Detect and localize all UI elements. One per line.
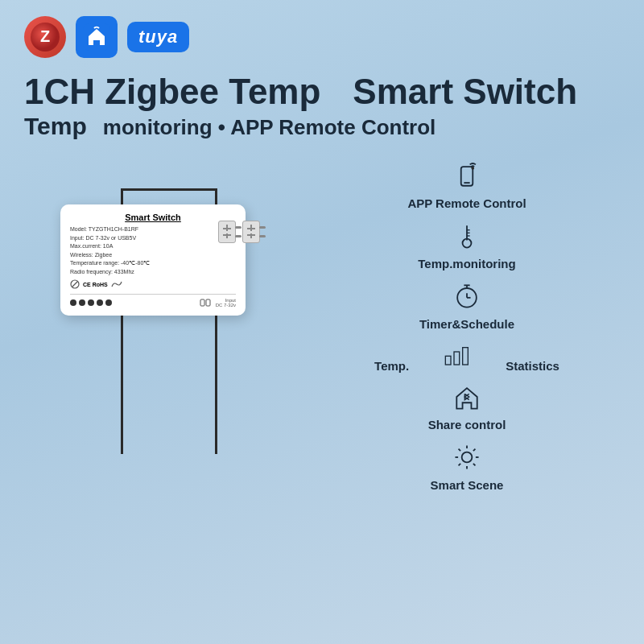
svg-rect-29 bbox=[454, 352, 460, 365]
tuya-logo: tuya bbox=[127, 22, 189, 52]
product-page: Z tuya 1CH Zigbee Temp Smart Switch Temp… bbox=[0, 0, 644, 644]
device-bottom: InputDC 7-32v bbox=[70, 294, 236, 308]
svg-line-38 bbox=[473, 449, 476, 452]
feature-app-remote: APP Remote Control bbox=[306, 156, 628, 210]
device-body: Smart Switch Model: TYZGTH1CH-B1RF Input… bbox=[60, 204, 246, 316]
smart-home-logo bbox=[76, 16, 118, 58]
dot-5 bbox=[105, 299, 112, 306]
feature-temp-monitoring: Temp.monitoring bbox=[306, 217, 628, 270]
svg-rect-28 bbox=[446, 357, 452, 365]
svg-rect-14 bbox=[206, 299, 210, 306]
feature-temp-stats-right: Statistics bbox=[506, 359, 559, 373]
feature-smart-scene: Smart Scene bbox=[306, 438, 628, 492]
bar-chart-icon bbox=[433, 337, 481, 373]
feature-app-remote-label: APP Remote Control bbox=[407, 196, 526, 210]
svg-line-36 bbox=[459, 449, 461, 452]
features-section: APP Remote Control Temp.monitoring bbox=[290, 156, 628, 498]
svg-point-31 bbox=[462, 452, 473, 463]
dot-2 bbox=[79, 299, 85, 306]
main-title-left: 1CH Zigbee Temp bbox=[24, 72, 320, 111]
feature-smart-scene-label: Smart Scene bbox=[431, 478, 504, 492]
stats-col-right: Statistics bbox=[506, 357, 559, 373]
device-badges: CE RoHS bbox=[70, 279, 236, 289]
feature-share-label: Share control bbox=[428, 418, 506, 431]
svg-point-17 bbox=[472, 167, 473, 169]
svg-line-39 bbox=[459, 464, 461, 466]
feature-temp-label: Temp.monitoring bbox=[418, 257, 515, 270]
svg-rect-13 bbox=[200, 299, 204, 306]
feature-stats-row: Temp. Statistics bbox=[306, 337, 628, 373]
zigbee-logo: Z bbox=[24, 16, 66, 58]
feature-share-control: Share control bbox=[306, 378, 628, 431]
subtitle-right: monitoring • APP Remote Control bbox=[103, 115, 436, 140]
dot-3 bbox=[88, 299, 94, 306]
app-remote-icon bbox=[448, 156, 486, 195]
logos-row: Z tuya bbox=[0, 0, 644, 66]
timer-icon bbox=[448, 277, 486, 316]
device-section: Smart Switch Model: TYZGTH1CH-B1RF Input… bbox=[16, 156, 290, 498]
svg-line-37 bbox=[473, 464, 476, 466]
dot-4 bbox=[97, 299, 103, 306]
knob-2 bbox=[242, 221, 260, 243]
svg-line-4 bbox=[72, 282, 77, 287]
subtitle-left: Temp bbox=[24, 113, 87, 140]
feature-timer-label: Timer&Schedule bbox=[419, 317, 514, 331]
terminal-icon bbox=[200, 299, 211, 307]
device-specs: Model: TYZGTH1CH-B1RF Input: DC 7-32v or… bbox=[70, 225, 236, 276]
sun-gear-icon bbox=[448, 438, 486, 477]
bluetooth-home-icon bbox=[448, 378, 486, 416]
main-title-right: Smart Switch bbox=[353, 72, 577, 111]
stats-col-left: Temp. bbox=[374, 357, 409, 373]
rohs-wave-icon bbox=[111, 280, 122, 288]
device-name: Smart Switch bbox=[70, 213, 236, 222]
terminal-dots bbox=[70, 299, 112, 306]
wire-top bbox=[121, 188, 217, 191]
thermometer-icon bbox=[448, 217, 486, 255]
svg-text:Z: Z bbox=[40, 27, 50, 45]
feature-timer: Timer&Schedule bbox=[306, 277, 628, 331]
knob-1 bbox=[218, 221, 236, 243]
content-area: Smart Switch Model: TYZGTH1CH-B1RF Input… bbox=[0, 156, 644, 498]
input-label: InputDC 7-32v bbox=[216, 298, 236, 308]
svg-rect-30 bbox=[463, 348, 469, 365]
device-knobs bbox=[218, 221, 260, 243]
dot-1 bbox=[70, 299, 76, 306]
feature-temp-stats-left: Temp. bbox=[374, 359, 409, 373]
subtitle-row: Temp monitoring • APP Remote Control bbox=[0, 113, 644, 140]
prohibition-icon bbox=[70, 279, 80, 289]
